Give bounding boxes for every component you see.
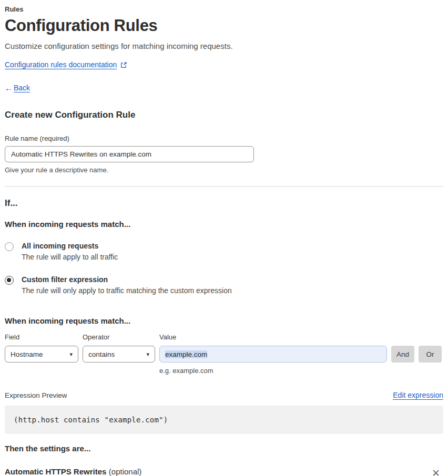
rule-name-label: Rule name (required)	[5, 134, 443, 142]
radio-description: The rule will only apply to traffic matc…	[22, 286, 232, 295]
page-subtitle: Customize configuration settings for mat…	[5, 42, 443, 50]
documentation-link[interactable]: Configuration rules documentation	[5, 60, 117, 69]
incoming-requests-match-heading: When incoming requests match...	[5, 220, 443, 229]
configuration-rules-page: Rules Configuration Rules Customize conf…	[0, 0, 448, 476]
chevron-down-icon: ▾	[146, 351, 149, 358]
value-help-text: e.g. example.com	[159, 367, 387, 375]
documentation-link-row: Configuration rules documentation	[5, 60, 443, 69]
radio-option-custom-filter-expression[interactable]: Custom filter expression The rule will o…	[5, 275, 443, 295]
back-arrow-icon: ←	[5, 84, 13, 92]
expression-builder-row: Field Operator Value Hostname ▾ contains…	[5, 333, 443, 375]
external-link-icon	[120, 61, 127, 68]
back-link[interactable]: Back	[14, 84, 30, 92]
radio-description: The rule will apply to all traffic	[22, 253, 118, 261]
back-link-row: ← Back	[5, 84, 443, 92]
create-rule-heading: Create new Configuration Rule	[5, 110, 443, 120]
expression-preview-code: (http.host contains "example.com")	[5, 406, 443, 434]
value-input[interactable]: example.com	[159, 346, 387, 363]
page-title: Configuration Rules	[5, 16, 443, 35]
operator-select[interactable]: contains ▾	[83, 346, 155, 363]
radio-button-icon[interactable]	[5, 276, 14, 285]
radio-label: Custom filter expression	[22, 275, 232, 284]
field-select[interactable]: Hostname ▾	[5, 346, 78, 363]
operator-column-label: Operator	[83, 333, 155, 341]
setting-card-header: Automatic HTTPS Rewrites (optional) ✕	[5, 467, 443, 476]
rule-name-help: Give your rule a descriptive name.	[5, 166, 443, 174]
value-column-label: Value	[159, 333, 387, 341]
then-settings-heading: Then the settings are...	[5, 444, 443, 453]
breadcrumb: Rules	[5, 5, 443, 13]
expression-preview-row: Expression Preview Edit expression	[5, 391, 443, 400]
section-divider	[5, 186, 443, 187]
or-button[interactable]: Or	[419, 346, 442, 363]
close-icon[interactable]: ✕	[430, 467, 442, 476]
setting-title: Automatic HTTPS Rewrites	[5, 467, 106, 476]
match-type-radio-group: All incoming requests The rule will appl…	[5, 242, 443, 295]
radio-button-icon[interactable]	[5, 242, 14, 251]
field-select-value: Hostname	[11, 350, 43, 358]
if-heading: If...	[5, 198, 443, 209]
expression-preview-label: Expression Preview	[5, 391, 67, 399]
expression-builder-heading: When incoming requests match...	[5, 316, 443, 325]
edit-expression-link[interactable]: Edit expression	[393, 391, 443, 400]
and-button[interactable]: And	[391, 346, 414, 363]
field-column-label: Field	[5, 333, 78, 341]
value-input-text: example.com	[165, 350, 207, 358]
operator-select-value: contains	[88, 350, 115, 358]
rule-name-input[interactable]	[5, 146, 254, 162]
setting-optional-label: (optional)	[109, 467, 142, 476]
chevron-down-icon: ▾	[69, 351, 73, 358]
radio-option-all-incoming-requests[interactable]: All incoming requests The rule will appl…	[5, 242, 443, 261]
radio-label: All incoming requests	[22, 242, 118, 250]
